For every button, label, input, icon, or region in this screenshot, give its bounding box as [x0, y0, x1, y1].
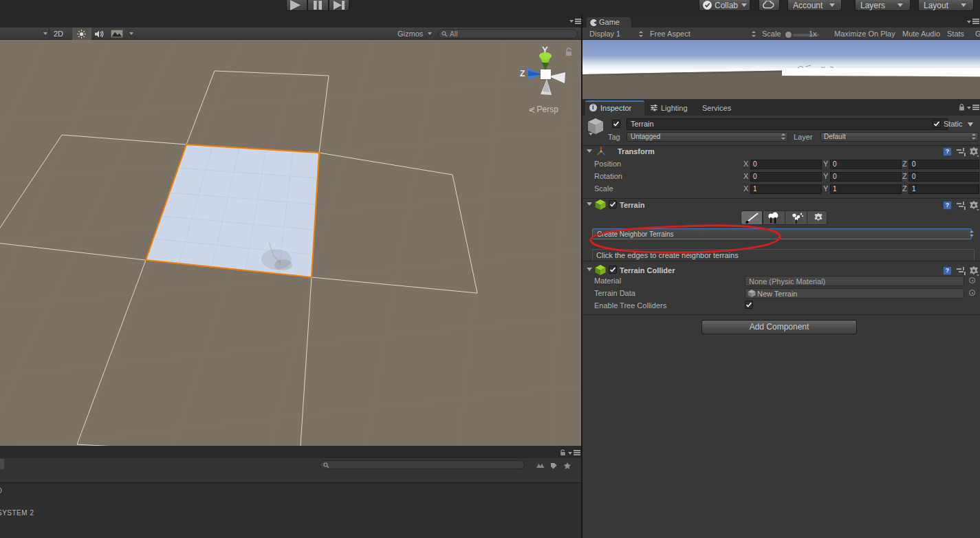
svg-text:Z: Z — [520, 69, 525, 78]
